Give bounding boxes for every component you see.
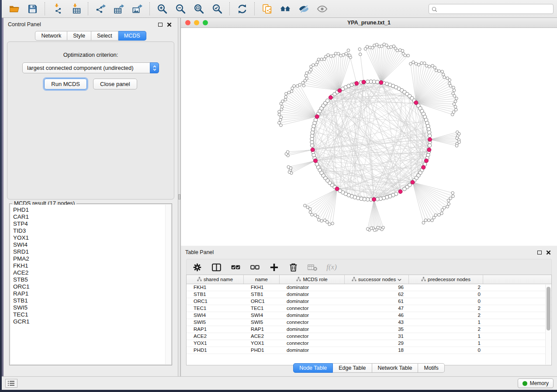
cell-shared_name: STB1	[187, 291, 244, 298]
minimize-window-icon[interactable]	[194, 20, 199, 25]
tab-node-table[interactable]: Node Table	[293, 363, 333, 373]
panels-menu-icon[interactable]	[5, 379, 17, 388]
column-header-shared-name[interactable]: shared name	[187, 275, 244, 284]
save-session-icon[interactable]	[25, 2, 39, 16]
table-row[interactable]: RAP1RAP1dominator352	[187, 326, 551, 333]
mcds-list-scrollbar[interactable]	[165, 205, 171, 364]
mcds-result-item[interactable]: STB1	[13, 297, 171, 304]
cell-name: STB1	[244, 291, 280, 298]
mcds-result-item[interactable]: GCR1	[13, 318, 171, 325]
cell-shared_name: ACE2	[187, 333, 244, 340]
float-table-panel-icon[interactable]	[535, 248, 544, 257]
deselect-all-icon[interactable]	[249, 261, 261, 273]
table-row[interactable]: STB1STB1dominator620	[187, 291, 551, 298]
mcds-result-group: MCDS result (17 nodes) PHD1CAR1STP4TID3Y…	[9, 203, 172, 365]
mcds-result-list[interactable]: PHD1CAR1STP4TID3YOX1SWI4SRD1PMA2FKH1ACE2…	[10, 205, 171, 364]
mcds-result-item[interactable]: ORC1	[13, 283, 171, 290]
toggle-columns-icon[interactable]	[210, 261, 222, 273]
tab-edge-table[interactable]: Edge Table	[333, 363, 372, 373]
toolbar-group	[2, 2, 45, 15]
mcds-result-item[interactable]: PHD1	[13, 206, 171, 213]
column-header-predecessor-nodes[interactable]: predecessor nodes	[409, 275, 483, 284]
search-input[interactable]	[429, 4, 554, 14]
network-canvas[interactable]	[181, 28, 557, 246]
close-panel-icon[interactable]	[165, 20, 173, 29]
tab-style[interactable]: Style	[67, 31, 91, 41]
cell-mcds_role: dominator	[280, 326, 345, 333]
tree-icon	[352, 277, 356, 282]
table-row[interactable]: FKH1FKH1dominator962	[187, 284, 551, 291]
table-row[interactable]: ACE2ACE2connector311	[187, 333, 551, 340]
mcds-result-item[interactable]: PMA2	[13, 255, 171, 262]
first-neighbors-icon[interactable]	[278, 2, 292, 16]
table-scrollbar-thumb[interactable]	[547, 287, 550, 330]
open-session-icon[interactable]	[7, 2, 21, 16]
cell-shared_name: SWI4	[187, 312, 244, 319]
column-header-MCDS-role[interactable]: MCDS role	[280, 275, 345, 284]
network-window-titlebar[interactable]: YPA_prune.txt_1	[181, 18, 557, 28]
mcds-result-item[interactable]: FKH1	[13, 262, 171, 269]
mcds-result-item[interactable]: SWI5	[13, 304, 171, 311]
mcds-result-item[interactable]: CAR1	[13, 213, 171, 220]
tab-motifs[interactable]: Motifs	[418, 363, 444, 373]
close-window-icon[interactable]	[185, 20, 190, 25]
tab-network-table[interactable]: Network Table	[372, 363, 419, 373]
main-toolbar	[2, 0, 557, 18]
maximize-window-icon[interactable]	[203, 20, 208, 25]
tab-select[interactable]: Select	[91, 31, 118, 41]
tab-network[interactable]: Network	[35, 31, 67, 41]
table-settings-icon[interactable]	[191, 261, 203, 273]
cell-shared_name: TEC1	[187, 305, 244, 312]
cell-name: ORC1	[244, 298, 280, 305]
cell-successor_nodes: 47	[345, 305, 409, 312]
toolbar-group	[88, 2, 150, 15]
cell-name: PHD1	[244, 347, 280, 354]
sort-desc-icon	[398, 277, 401, 282]
export-table-icon[interactable]	[112, 2, 126, 16]
criterion-dropdown[interactable]: largest connected component (undirected)	[22, 62, 159, 73]
run-mcds-button[interactable]: Run MCDS	[44, 79, 87, 89]
zoom-fit-icon[interactable]	[192, 2, 206, 16]
mcds-result-item[interactable]: STP4	[13, 220, 171, 227]
float-panel-icon[interactable]	[156, 20, 165, 29]
table-row[interactable]: TEC1TEC1connector472	[187, 305, 551, 312]
zoom-out-icon[interactable]	[173, 2, 187, 16]
refresh-view-icon[interactable]	[235, 2, 249, 16]
export-network-icon[interactable]	[93, 2, 107, 16]
memory-button[interactable]: Memory	[518, 378, 554, 388]
import-network-icon[interactable]	[50, 2, 64, 16]
mcds-result-item[interactable]: RAP1	[13, 290, 171, 297]
cell-mcds_role: connector	[280, 333, 345, 340]
splitter-grip[interactable]	[178, 194, 180, 199]
column-header-successor-nodes[interactable]: successor nodes	[345, 275, 409, 284]
toolbar-group	[150, 2, 230, 15]
table-scrollbar[interactable]	[545, 285, 551, 364]
column-header-name[interactable]: name	[244, 275, 280, 284]
table-row[interactable]: SWI5SWI5connector431	[187, 319, 551, 326]
hide-selected-icon[interactable]	[297, 2, 311, 16]
export-image-icon[interactable]	[130, 2, 144, 16]
delete-columns-icon[interactable]	[287, 261, 299, 273]
mcds-result-item[interactable]: ACE2	[13, 269, 171, 276]
zoom-selected-icon[interactable]	[210, 2, 224, 16]
zoom-in-icon[interactable]	[155, 2, 169, 16]
vertical-splitter[interactable]	[178, 18, 181, 376]
table-row[interactable]: ORC1ORC1dominator610	[187, 298, 551, 305]
table-row[interactable]: YOX1YOX1connector291	[187, 340, 551, 347]
table-row[interactable]: SWI4SWI4dominator462	[187, 312, 551, 319]
tab-mcds[interactable]: MCDS	[118, 31, 146, 41]
mcds-result-item[interactable]: SWI4	[13, 241, 171, 248]
close-panel-button[interactable]: Close panel	[93, 79, 137, 89]
mcds-result-item[interactable]: YOX1	[13, 234, 171, 241]
mcds-result-item[interactable]: SRD1	[13, 248, 171, 255]
close-table-panel-icon[interactable]	[544, 248, 553, 257]
select-all-icon[interactable]	[229, 261, 242, 273]
cell-successor_nodes: 31	[345, 333, 409, 340]
new-network-from-selection-icon[interactable]	[260, 2, 274, 16]
mcds-result-item[interactable]: TID3	[13, 227, 171, 234]
mcds-result-item[interactable]: STB5	[13, 276, 171, 283]
mcds-result-item[interactable]: TEC1	[13, 311, 171, 318]
table-row[interactable]: PHD1PHD1dominator180	[187, 347, 551, 354]
new-column-icon[interactable]	[268, 261, 280, 273]
import-table-icon[interactable]	[69, 2, 83, 16]
